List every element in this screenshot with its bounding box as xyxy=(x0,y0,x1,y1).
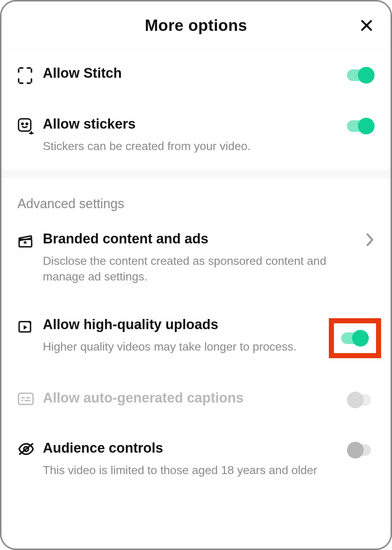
section-divider xyxy=(1,170,391,178)
sheet-header: More options xyxy=(1,1,391,49)
eye-off-icon xyxy=(17,442,35,456)
close-icon xyxy=(359,18,374,33)
captions-icon xyxy=(17,392,34,406)
toggle-allow-stickers[interactable] xyxy=(347,118,375,134)
stitch-icon xyxy=(17,67,33,84)
row-title: Allow stickers xyxy=(43,116,340,132)
row-allow-stitch: Allow Stitch xyxy=(1,49,391,100)
row-subtitle: This video is limited to those aged 18 y… xyxy=(43,462,340,478)
toggle-auto-captions xyxy=(347,392,375,408)
hq-upload-icon xyxy=(17,318,33,334)
svg-point-4 xyxy=(26,123,28,125)
row-subtitle: Stickers can be created from your video. xyxy=(43,138,340,154)
svg-rect-2 xyxy=(19,119,31,131)
row-title: Audience controls xyxy=(43,440,340,456)
row-subtitle: Disclose the content created as sponsore… xyxy=(43,253,358,284)
row-branded-content[interactable]: Branded content and ads Disclose the con… xyxy=(1,215,391,300)
row-title: Branded content and ads xyxy=(43,231,358,247)
row-title: Allow high-quality uploads xyxy=(43,317,322,332)
clapperboard-icon xyxy=(17,232,33,248)
chevron-right-icon xyxy=(365,232,375,247)
row-audience-controls: Audience controls This video is limited … xyxy=(1,424,391,494)
close-button[interactable] xyxy=(357,16,376,35)
row-allow-stickers: Allow stickers Stickers can be created f… xyxy=(1,100,391,170)
toggle-hq-uploads[interactable] xyxy=(341,330,369,347)
row-title: Allow Stitch xyxy=(43,65,340,81)
sheet-title: More options xyxy=(145,16,247,35)
sticker-icon xyxy=(17,118,34,134)
svg-marker-9 xyxy=(24,325,27,329)
toggle-allow-stitch[interactable] xyxy=(347,67,375,84)
annotation-highlight xyxy=(329,318,381,358)
more-options-sheet: More options Allow Stitch xyxy=(1,1,391,549)
svg-point-3 xyxy=(22,123,23,125)
row-auto-captions: Allow auto-generated captions xyxy=(1,374,391,424)
row-subtitle: Higher quality videos may take longer to… xyxy=(43,339,322,355)
row-title: Allow auto-generated captions xyxy=(43,390,340,406)
section-header-advanced: Advanced settings xyxy=(1,178,391,215)
svg-rect-10 xyxy=(19,393,33,404)
row-hq-uploads: Allow high-quality uploads Higher qualit… xyxy=(1,301,391,374)
toggle-audience-controls[interactable] xyxy=(347,442,375,458)
